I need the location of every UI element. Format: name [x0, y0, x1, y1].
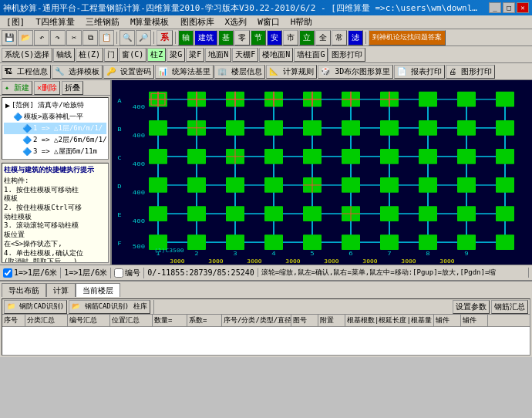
tree-delete-btn[interactable]: ✕删除: [34, 81, 60, 95]
tool-axis[interactable]: 轴: [178, 30, 194, 46]
tool-redo[interactable]: ↷: [50, 30, 66, 46]
svg-text:3000: 3000: [285, 258, 300, 265]
tool-floor[interactable]: 楼地面N: [259, 48, 293, 62]
tool-paste[interactable]: 📋: [99, 30, 114, 46]
tool-calcrule[interactable]: 📐 计算规则: [266, 65, 317, 79]
size-checkbox[interactable]: [3, 268, 12, 278]
tree-item-roof[interactable]: 🔷 3 => △屋面6m/11m: [4, 146, 106, 157]
tool-beam-f[interactable]: 梁F: [186, 48, 204, 62]
tool-forum[interactable]: 到神机论坛找问题答案: [369, 30, 446, 46]
tool-zoomin[interactable]: 🔍: [120, 30, 135, 46]
svg-rect-83: [187, 234, 206, 250]
menu-item-3d[interactable]: 三维钢筋: [81, 15, 124, 29]
menu-item-4d[interactable]: T四维算量: [31, 15, 79, 29]
tool-quan[interactable]: 全: [315, 30, 331, 46]
tool-shi[interactable]: 市: [283, 30, 298, 46]
tool-base[interactable]: 基: [218, 30, 234, 46]
tree-collapse-btn[interactable]: 折叠: [62, 81, 83, 95]
num-checkbox[interactable]: [114, 268, 123, 278]
tool-undo[interactable]: ↶: [34, 30, 49, 46]
tool-li[interactable]: 立: [299, 30, 315, 46]
tool-projinfo[interactable]: 🏗 工程信息: [2, 65, 51, 79]
tool-print[interactable]: 图形打印: [328, 48, 365, 62]
tool-cut[interactable]: ✂: [66, 30, 82, 46]
menu-item-window[interactable]: W窗口: [253, 15, 285, 29]
close-button[interactable]: ✕: [517, 2, 529, 13]
tool-axis-line[interactable]: 轴线: [53, 48, 75, 62]
tree-item-template[interactable]: 🔷 模板>嘉泰神机一平: [4, 111, 106, 123]
tool-lv[interactable]: 滤: [348, 30, 363, 46]
btn-set-params[interactable]: 设置参数: [453, 300, 490, 314]
tool-xitong[interactable]: 系: [157, 30, 173, 46]
minimize-button[interactable]: _: [489, 2, 501, 13]
svg-rect-74: [226, 206, 244, 221]
tool-an[interactable]: 安: [267, 30, 282, 46]
menu-item-icons[interactable]: 图图标库: [176, 15, 219, 29]
svg-rect-40: [457, 92, 476, 107]
tool-ceiling[interactable]: 天棚F: [232, 48, 258, 62]
bottom-tree-nav[interactable]: 📁 钢防CAD识别): [4, 300, 67, 314]
tool-statmethod[interactable]: 📊 统筹法基里: [155, 65, 214, 79]
scale-label: 1=>1层/6米: [64, 268, 107, 278]
tree-item-floor1[interactable]: 🔷 1 => △1层/6m/m/1/: [4, 123, 106, 134]
maximize-button[interactable]: □: [503, 2, 515, 13]
bottom-content: 📁 钢防CAD识别) 📂 钢筋CAD识别) 柱库 设置参数 钢筋汇总 序号 分类…: [2, 298, 530, 356]
menu-item-tu[interactable]: [图]: [2, 15, 29, 29]
floor2-icon: 🔷: [22, 136, 32, 144]
title-bar: 神机妙算-通用平台-工程量钢筋计算-四维算量2010-学习版本V30.22-20…: [0, 0, 532, 15]
menu-item-help[interactable]: H帮助: [286, 15, 318, 29]
coord-text: 0/-11855:28739/85:25240: [147, 268, 254, 277]
tool-chang[interactable]: 常: [332, 30, 347, 46]
tool-window[interactable]: 窗(C): [119, 48, 146, 62]
svg-rect-52: [149, 149, 167, 164]
menu-item-template[interactable]: M算量模板: [126, 15, 174, 29]
svg-text:3000: 3000: [439, 258, 454, 265]
bottom-tree-sub[interactable]: 📂 钢筋CAD识别) 柱库: [69, 300, 150, 314]
svg-text:D: D: [117, 183, 121, 190]
tab-export[interactable]: 导出布筋: [2, 283, 46, 297]
svg-rect-53: [187, 149, 206, 164]
tool-zero[interactable]: 零: [234, 30, 250, 46]
bottom-panel: 导出布筋 计算 当前楼层 📁 钢防CAD识别) 📂 钢筋CAD识别) 柱库 设置…: [0, 280, 532, 357]
tool-report[interactable]: 📄 报表打印: [394, 65, 445, 79]
tool-jianzhu[interactable]: 建筑: [194, 30, 217, 46]
tool-open[interactable]: 📂: [18, 30, 33, 46]
tool-jie[interactable]: 节: [251, 30, 266, 46]
svg-rect-48: [380, 120, 399, 136]
svg-rect-87: [342, 234, 360, 250]
tab-calc[interactable]: 计算: [46, 283, 76, 297]
svg-text:3000: 3000: [170, 258, 184, 265]
tool-wall[interactable]: 墙柱面G: [294, 48, 328, 62]
tool-floorinfo[interactable]: 🏢 楼层信息: [214, 65, 265, 79]
sep1: [116, 32, 117, 44]
tool-system-select[interactable]: 系统(S)选择: [2, 48, 52, 62]
tree-item-floor2[interactable]: 🔷 2 => △2层/6m/6m/1/: [4, 134, 106, 146]
menu-item-select[interactable]: X选列: [221, 15, 252, 29]
tree-toolbar: ✦ 新建 ✕删除 折叠: [0, 80, 110, 96]
btn-rebar-summary[interactable]: 钢筋汇总: [491, 300, 528, 314]
tool-door[interactable]: 门: [104, 48, 118, 62]
tool-3dbool[interactable]: 🎲 3D布尔图形算里: [318, 65, 393, 79]
svg-rect-67: [342, 177, 360, 193]
tool-selecttemplate[interactable]: 🔧 选择模板: [52, 65, 103, 79]
tool-beam-g[interactable]: 梁G: [167, 48, 185, 62]
tool-pile[interactable]: 桩(Z): [76, 48, 103, 62]
tree-item-root[interactable]: ▶ [范例] 清真寺/哈族特: [4, 99, 106, 111]
tool-zoomout[interactable]: 🔎: [136, 30, 151, 46]
svg-rect-51: [496, 120, 514, 136]
tool-ground[interactable]: 地面N: [205, 48, 231, 62]
tab-current-floor[interactable]: 当前楼层: [76, 283, 120, 297]
left-panel-info: 柱模与建筑的快捷键执行提示 柱构件: 1. 按住柱模板可移动柱 模板 2. 按住…: [2, 163, 109, 263]
svg-rect-89: [419, 234, 437, 250]
tool-setpwd[interactable]: 🔑 设置密码: [103, 65, 154, 79]
svg-rect-56: [303, 149, 322, 164]
tool-save[interactable]: 💾: [2, 30, 17, 46]
col-category: 分类汇总: [25, 315, 68, 326]
tool-copy[interactable]: ⧉: [82, 30, 98, 46]
tree-new-btn[interactable]: ✦ 新建: [2, 81, 32, 95]
tool-column[interactable]: 柱Z: [147, 48, 166, 62]
tool-graphprint[interactable]: 🖨 图形打印: [446, 65, 495, 79]
svg-rect-84: [226, 234, 244, 250]
cad-area[interactable]: 400 400 400 400 400 500 A B C D E F 1 2 …: [112, 80, 532, 265]
col-drawno: 图号: [291, 315, 318, 326]
